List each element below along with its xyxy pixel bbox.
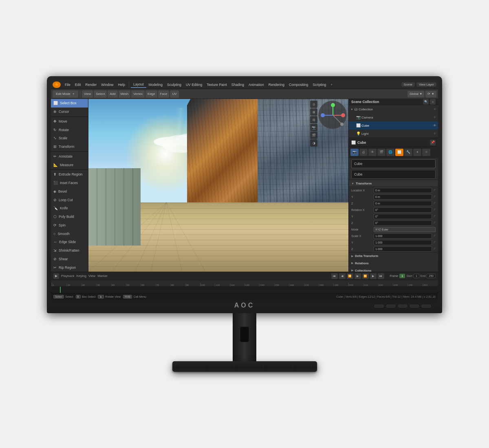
outliner-search-icon[interactable]: 🔍 [423, 99, 429, 105]
view-camera-btn[interactable]: 📷 [310, 124, 317, 131]
tree-item-camera[interactable]: 📷 Camera 👁 [349, 113, 438, 121]
menu-rendering[interactable]: Rendering [267, 82, 286, 88]
props-icon-physics[interactable]: ⚛ [422, 149, 430, 156]
tool-cursor[interactable]: ⊕ Cursor [51, 108, 88, 116]
location-y-reset[interactable]: ↺ [433, 195, 436, 198]
mesh-name-field[interactable]: Cube [351, 170, 436, 179]
tool-bevel[interactable]: ◈ Bevel [51, 187, 88, 195]
transform-header[interactable]: ▼ Transform [349, 180, 438, 187]
toolbar-face[interactable]: Face [158, 90, 170, 98]
scale-z-reset[interactable]: ↺ [433, 247, 436, 250]
props-icon-particles[interactable]: ✦ [413, 149, 421, 156]
menu-file[interactable]: File [63, 82, 73, 88]
rotation-z-field[interactable]: 0° [374, 220, 432, 226]
tool-move[interactable]: ✥ Move [51, 117, 88, 125]
menu-add-tab[interactable]: + [328, 82, 335, 88]
mode-field[interactable]: XYZ Euler [374, 227, 436, 232]
menu-layout[interactable]: Layout [131, 81, 146, 88]
tool-annotate[interactable]: ✏ Annotate [51, 152, 88, 160]
props-icon-world[interactable]: 🌐 [386, 149, 394, 156]
rotation-y-reset[interactable]: ↺ [433, 215, 436, 218]
tool-shear[interactable]: ⊘ Shear [51, 255, 88, 264]
timeline-playback-label[interactable]: Playback [61, 274, 74, 278]
menu-scripting[interactable]: Scripting [311, 82, 328, 88]
scale-z-field[interactable]: 1.000 [374, 246, 432, 252]
tool-select-box[interactable]: ⬜ Select Box [51, 99, 88, 108]
props-icon-view[interactable]: 👁 [368, 149, 377, 156]
tool-inset[interactable]: ⬛ Inset Faces [51, 179, 88, 187]
tree-item-cube[interactable]: ⬜ Cube 👁 [349, 121, 438, 130]
props-icon-scene[interactable]: 🎬 [377, 149, 385, 156]
bezel-btn-2[interactable] [386, 305, 395, 307]
view-render-btn[interactable]: 🎬 [310, 132, 317, 139]
menu-render[interactable]: Render [83, 82, 99, 88]
tool-edgeslide[interactable]: ↔ Edge Slide [51, 238, 88, 246]
end-frame-field[interactable]: 250 [427, 274, 436, 278]
viewport[interactable]: ⊙ ⊞ ⊟ 📷 🎬 ◑ [88, 99, 348, 272]
location-y-field[interactable]: 0 m [374, 194, 432, 200]
rotation-y-field[interactable]: 0° [374, 214, 432, 219]
relations-header[interactable]: ▶ Relations [349, 259, 438, 267]
rotation-x-field[interactable]: 0° [374, 207, 432, 213]
prev-keyframe-btn[interactable]: ⏪ [347, 273, 353, 279]
menu-edit[interactable]: Edit [73, 82, 83, 88]
pivot-dropdown[interactable]: ⟳ ▼ [425, 91, 436, 97]
start-frame-field[interactable]: 1 [414, 274, 419, 278]
mode-dropdown[interactable]: Edit Mode ▼ [53, 90, 78, 98]
next-frame-btn[interactable]: ▶ [370, 273, 377, 279]
toolbar-add[interactable]: Add [108, 90, 117, 98]
toolbar-mesh[interactable]: Mesh [119, 90, 131, 98]
bezel-btn-1[interactable] [374, 305, 383, 307]
tool-knife[interactable]: 🔪 Knife [51, 204, 88, 213]
location-z-reset[interactable]: ↺ [433, 202, 436, 205]
tool-shrink[interactable]: ⇲ Shrink/Fatten [51, 246, 88, 255]
prev-frame-btn[interactable]: ◀ [339, 273, 346, 279]
tool-polybuild[interactable]: ⬡ Poly Build [51, 213, 88, 221]
menu-help[interactable]: Help [116, 82, 127, 88]
view-local-btn[interactable]: ⊟ [310, 116, 317, 123]
timeline-keying-label[interactable]: Keying [76, 274, 86, 278]
menu-uv[interactable]: UV Editing [184, 82, 204, 88]
next-keyframe-btn[interactable]: ⏩ [362, 273, 369, 279]
view-perspective-btn[interactable]: ⊙ [310, 101, 317, 108]
outliner-filter-icon[interactable]: ≡ [430, 99, 436, 105]
tool-extrude[interactable]: ⬆ Extrude Region [51, 170, 88, 179]
delta-transform-header[interactable]: ▶ Delta Transform [349, 252, 438, 259]
bezel-btn-5[interactable] [422, 305, 431, 307]
menu-animation[interactable]: Animation [247, 82, 266, 88]
scale-y-field[interactable]: 1.000 [374, 240, 432, 245]
props-icon-modifier[interactable]: 🔧 [404, 149, 412, 156]
playback-icon[interactable]: ▶ [53, 273, 59, 279]
location-z-field[interactable]: 0 m [374, 201, 432, 206]
scale-x-field[interactable]: 1.000 [374, 233, 432, 239]
menu-texture[interactable]: Texture Paint [205, 82, 229, 88]
current-frame-field[interactable]: 1 [399, 274, 405, 278]
view-ortho-btn[interactable]: ⊞ [310, 108, 317, 116]
props-icon-object[interactable]: ⬜ [395, 149, 403, 156]
rotation-z-reset[interactable]: ↺ [433, 221, 436, 224]
jump-end-btn[interactable]: ⏭ [378, 273, 384, 279]
tree-item-light[interactable]: 💡 Light 👁 [349, 130, 438, 138]
scene-dropdown[interactable]: Scene [401, 82, 415, 87]
timeline-track[interactable] [51, 287, 438, 293]
rotation-x-reset[interactable]: ↺ [433, 208, 436, 211]
toolbar-view[interactable]: View [82, 90, 93, 98]
scale-y-reset[interactable]: ↺ [433, 241, 436, 244]
tool-rotate[interactable]: ↻ Rotate [51, 125, 88, 134]
props-icon-render[interactable]: 📷 [350, 149, 359, 156]
tool-rip[interactable]: ✂ Rip Region [51, 263, 88, 272]
location-x-reset[interactable]: ↺ [433, 189, 436, 192]
menu-modeling[interactable]: Modeling [147, 82, 165, 88]
menu-window[interactable]: Window [99, 82, 115, 88]
tool-loopcut[interactable]: ⊘ Loop Cut [51, 195, 88, 204]
toolbar-select[interactable]: Select [94, 90, 107, 98]
tool-smooth[interactable]: ○ Smooth [51, 229, 88, 238]
play-btn[interactable]: ▶ [355, 273, 361, 279]
bezel-btn-3[interactable] [398, 305, 407, 307]
view-layer-dropdown[interactable]: View Layer [416, 82, 436, 87]
tool-spin[interactable]: ⟳ Spin [51, 221, 88, 230]
menu-compositing[interactable]: Compositing [287, 82, 310, 88]
toolbar-uv[interactable]: UV [170, 90, 178, 98]
props-pin-icon[interactable]: 📌 [430, 140, 436, 145]
bezel-btn-4[interactable] [410, 305, 419, 307]
